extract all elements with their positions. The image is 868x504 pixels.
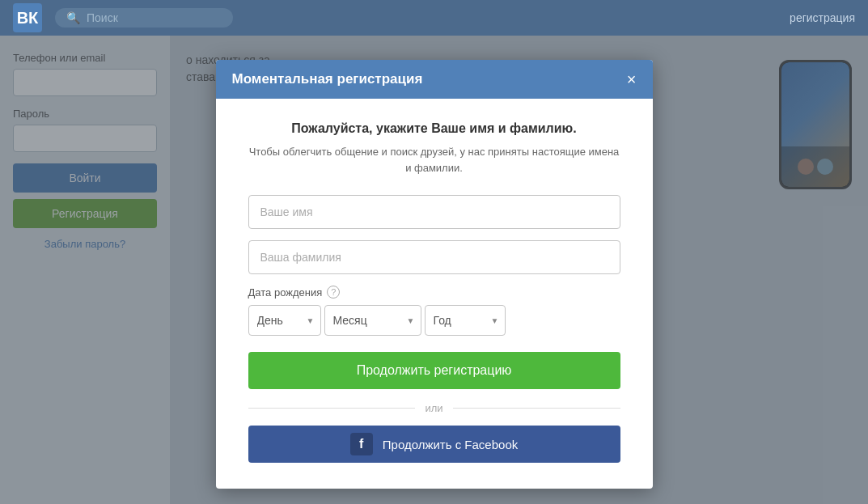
dob-label: Дата рождения ? xyxy=(248,286,620,299)
modal-close-button[interactable]: × xyxy=(627,71,637,87)
or-text: или xyxy=(425,402,442,414)
nav-register-link[interactable]: регистрация xyxy=(790,11,855,24)
help-icon[interactable]: ? xyxy=(327,286,340,299)
first-name-input[interactable] xyxy=(248,195,620,229)
facebook-icon: f xyxy=(350,433,373,455)
date-row: День ▼ Месяц ▼ Год xyxy=(248,305,620,336)
modal-body: Пожалуйста, укажите Ваше имя и фамилию. … xyxy=(216,99,653,489)
modal-header: Моментальная регистрация × xyxy=(216,60,653,99)
search-input[interactable] xyxy=(87,11,222,24)
year-select-wrapper: Год ▼ xyxy=(425,305,506,336)
facebook-button[interactable]: f Продолжить с Facebook xyxy=(248,426,620,463)
or-divider: или xyxy=(248,402,620,414)
modal-backdrop: Моментальная регистрация × Пожалуйста, у… xyxy=(0,36,868,504)
registration-modal: Моментальная регистрация × Пожалуйста, у… xyxy=(216,60,653,489)
facebook-button-label: Продолжить с Facebook xyxy=(383,438,518,451)
continue-registration-button[interactable]: Продолжить регистрацию xyxy=(248,352,620,389)
modal-subtext: Чтобы облегчить общение и поиск друзей, … xyxy=(248,144,620,176)
vk-logo: ВК xyxy=(13,3,42,32)
main-content: Телефон или email Пароль Войти Регистрац… xyxy=(0,36,868,504)
year-select[interactable]: Год xyxy=(425,305,506,336)
search-icon: 🔍 xyxy=(66,11,80,24)
date-of-birth-section: Дата рождения ? День ▼ Месяц xyxy=(248,286,620,336)
day-select[interactable]: День xyxy=(248,305,321,336)
month-select[interactable]: Месяц xyxy=(324,305,421,336)
navbar: ВК 🔍 регистрация xyxy=(0,0,868,36)
month-select-wrapper: Месяц ▼ xyxy=(324,305,421,336)
modal-title: Моментальная регистрация xyxy=(232,71,423,87)
or-line-left xyxy=(248,408,416,409)
last-name-input[interactable] xyxy=(248,240,620,274)
search-bar[interactable]: 🔍 xyxy=(55,8,233,28)
or-line-right xyxy=(453,408,620,409)
modal-heading: Пожалуйста, укажите Ваше имя и фамилию. xyxy=(248,121,620,136)
day-select-wrapper: День ▼ xyxy=(248,305,321,336)
